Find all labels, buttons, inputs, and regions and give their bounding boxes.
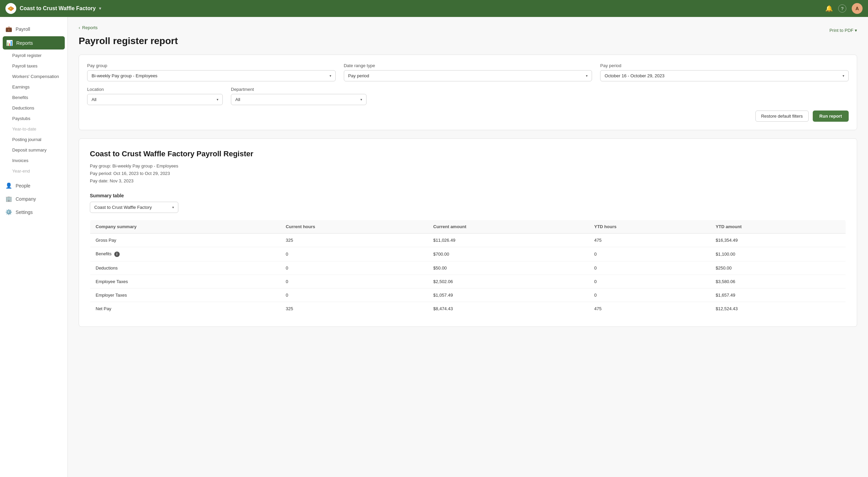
date-range-chevron-icon: ▾ [586, 74, 588, 78]
report-meta: Pay group: Bi-weekly Pay group - Employe… [90, 162, 846, 185]
payroll-icon: 💼 [5, 26, 12, 32]
pay-group-select[interactable]: Bi-weekly Pay group - Employees ▾ [87, 70, 336, 81]
settings-icon: ⚙️ [5, 209, 12, 215]
top-nav-right: 🔔 ? A [825, 3, 863, 14]
breadcrumb-text: Reports [82, 25, 98, 30]
pay-period-chevron-icon: ▾ [843, 74, 844, 78]
sidebar-item-settings[interactable]: ⚙️ Settings [0, 205, 67, 219]
spacer [375, 87, 849, 105]
table-row: Net Pay 325 $8,474.43 475 $12,524.43 [90, 302, 846, 315]
department-select[interactable]: All ▾ [231, 94, 367, 105]
info-icon[interactable]: i [114, 252, 120, 257]
sidebar-item-invoices[interactable]: Invoices [0, 155, 67, 166]
sidebar: 💼 Payroll 📊 Reports Payroll register Pay… [0, 17, 68, 477]
sidebar-item-year-end: Year-end [0, 166, 67, 176]
cell-label: Employee Taxes [90, 275, 280, 288]
cell-current-hours: 0 [280, 261, 428, 275]
company-summary-table: Company summary Current hours Current am… [90, 220, 846, 316]
top-nav: 🧇 Coast to Crust Waffle Factory ▾ 🔔 ? A [0, 0, 868, 17]
pay-period-filter: Pay period October 16 - October 29, 2023… [600, 63, 849, 81]
sidebar-item-company[interactable]: 🏢 Company [0, 192, 67, 205]
date-range-filter: Date range type Pay period ▾ [344, 63, 592, 81]
summary-selector[interactable]: Coast to Crust Waffle Factory ▾ [90, 202, 178, 213]
department-filter: Department All ▾ [231, 87, 367, 105]
logo-icon: 🧇 [5, 3, 16, 14]
department-chevron-icon: ▾ [360, 98, 362, 101]
people-icon: 👤 [5, 182, 12, 189]
sidebar-item-payroll-taxes[interactable]: Payroll taxes [0, 61, 67, 71]
restore-defaults-button[interactable]: Restore default filters [755, 111, 809, 122]
col-current-hours: Current hours [280, 220, 428, 234]
cell-ytd-amount: $3,580.06 [710, 275, 846, 288]
sidebar-item-posting-journal[interactable]: Posting journal [0, 134, 67, 145]
avatar-text: A [855, 6, 859, 11]
bell-icon[interactable]: 🔔 [825, 5, 833, 12]
top-bar: ‹ Reports Print to PDF ▾ [79, 25, 857, 36]
company-icon: 🏢 [5, 196, 12, 202]
location-chevron-icon: ▾ [217, 98, 218, 101]
date-range-select[interactable]: Pay period ▾ [344, 70, 592, 81]
cell-current-hours: 0 [280, 275, 428, 288]
sidebar-item-reports[interactable]: 📊 Reports [3, 36, 65, 49]
pay-group-chevron-icon: ▾ [330, 74, 331, 78]
sidebar-item-deductions[interactable]: Deductions [0, 103, 67, 113]
report-title: Coast to Crust Waffle Factory Payroll Re… [90, 150, 846, 158]
table-header: Company summary Current hours Current am… [90, 220, 846, 234]
cell-ytd-hours: 0 [589, 247, 710, 261]
table-row: Benefits i 0 $700.00 0 $1,100.00 [90, 247, 846, 261]
sidebar-item-paystubs[interactable]: Paystubs [0, 113, 67, 124]
cell-current-amount: $11,026.49 [428, 234, 589, 247]
sidebar-item-earnings[interactable]: Earnings [0, 82, 67, 92]
location-filter: Location All ▾ [87, 87, 223, 105]
company-logo-area[interactable]: 🧇 Coast to Crust Waffle Factory ▾ [5, 3, 825, 14]
report-meta-line-2: Pay period: Oct 16, 2023 to Oct 29, 2023 [90, 170, 846, 177]
cell-ytd-amount: $1,657.49 [710, 288, 846, 302]
sidebar-item-people[interactable]: 👤 People [0, 179, 67, 192]
sidebar-item-payroll[interactable]: 💼 Payroll [0, 22, 67, 36]
avatar[interactable]: A [852, 3, 863, 14]
cell-ytd-amount: $16,354.49 [710, 234, 846, 247]
table-body: Gross Pay 325 $11,026.49 475 $16,354.49 … [90, 234, 846, 316]
location-value: All [92, 97, 96, 102]
location-label: Location [87, 87, 223, 92]
sidebar-item-year-to-date: Year-to-date [0, 124, 67, 134]
pay-group-value: Bi-weekly Pay group - Employees [92, 73, 157, 78]
department-label: Department [231, 87, 367, 92]
main-content: ‹ Reports Print to PDF ▾ Payroll registe… [68, 17, 868, 477]
reports-icon: 📊 [6, 40, 13, 46]
filter-row-1: Pay group Bi-weekly Pay group - Employee… [87, 63, 849, 81]
print-pdf-arrow-icon: ▾ [855, 28, 857, 33]
pay-period-select[interactable]: October 16 - October 29, 2023 ▾ [600, 70, 849, 81]
breadcrumb[interactable]: ‹ Reports [79, 25, 98, 30]
cell-label: Gross Pay [90, 234, 280, 247]
cell-ytd-hours: 475 [589, 302, 710, 315]
cell-label: Net Pay [90, 302, 280, 315]
sidebar-people-label: People [16, 183, 31, 188]
sidebar-item-benefits[interactable]: Benefits [0, 92, 67, 103]
page-title: Payroll register report [79, 36, 857, 46]
run-report-button[interactable]: Run report [813, 111, 849, 122]
location-select[interactable]: All ▾ [87, 94, 223, 105]
table-row: Deductions 0 $50.00 0 $250.00 [90, 261, 846, 275]
help-icon[interactable]: ? [838, 4, 846, 13]
sidebar-item-deposit-summary[interactable]: Deposit summary [0, 145, 67, 155]
table-row: Gross Pay 325 $11,026.49 475 $16,354.49 [90, 234, 846, 247]
print-pdf-button[interactable]: Print to PDF ▾ [829, 28, 857, 33]
cell-current-amount: $2,502.06 [428, 275, 589, 288]
cell-ytd-amount: $250.00 [710, 261, 846, 275]
cell-ytd-amount: $1,100.00 [710, 247, 846, 261]
cell-ytd-amount: $12,524.43 [710, 302, 846, 315]
department-value: All [235, 97, 240, 102]
sidebar-item-payroll-register[interactable]: Payroll register [0, 50, 67, 61]
summary-table-label: Summary table [90, 193, 846, 198]
date-range-value: Pay period [348, 73, 369, 78]
breadcrumb-arrow: ‹ [79, 25, 80, 30]
col-current-amount: Current amount [428, 220, 589, 234]
cell-label: Benefits i [90, 247, 280, 261]
sidebar-item-workers-comp[interactable]: Workers' Compensation [0, 71, 67, 82]
chevron-down-icon: ▾ [99, 6, 101, 11]
filter-row-2: Location All ▾ Department All ▾ [87, 87, 849, 105]
table-row: Employer Taxes 0 $1,057.49 0 $1,657.49 [90, 288, 846, 302]
summary-selector-chevron-icon: ▾ [172, 205, 174, 209]
filters-section: Pay group Bi-weekly Pay group - Employee… [79, 55, 857, 130]
